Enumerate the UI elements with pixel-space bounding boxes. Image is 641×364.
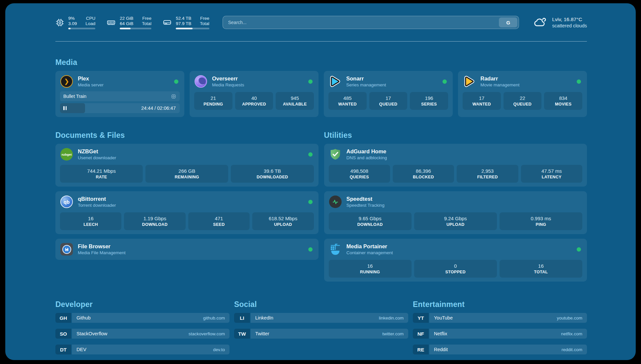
section-utilities: Utilities AdGuard HomeDNS and adblocking… [324, 131, 587, 282]
stat-value: 498,508 [351, 168, 368, 174]
stat-total: 16TOTAL [500, 260, 582, 278]
stat-label: SEED [213, 222, 225, 227]
stat-value: 2,953 [481, 168, 494, 174]
stat-value: 22 [520, 95, 525, 101]
bookmark-abbr: YT [413, 313, 429, 323]
top-bar: 9%CPU3.09Load22 GiBFree64 GiBTotal52.4 T… [55, 16, 587, 29]
resource-progress-fill [176, 28, 193, 29]
stat-value: 47.57 ms [541, 168, 562, 174]
bookmark-url: github.com [203, 316, 225, 320]
stat-label: MOVIES [555, 102, 571, 106]
search-bar[interactable]: G [223, 16, 519, 29]
service-card-adguard-home[interactable]: AdGuard HomeDNS and adblocking498,508QUE… [324, 144, 587, 187]
stat-download: 1.19 GbpsDOWNLOAD [124, 212, 185, 230]
service-name: Speedtest [347, 196, 583, 202]
stat-label: DOWNLOAD [142, 222, 168, 227]
stat-label: LATENCY [542, 175, 562, 179]
service-description: DNS and adblocking [347, 155, 583, 160]
service-description: Usenet downloader [78, 155, 304, 160]
stat-value: 9.65 Gbps [358, 216, 381, 221]
service-card-overseerr[interactable]: OverseerrMedia Requests21PENDING40APPROV… [190, 71, 319, 117]
status-dot-online [174, 79, 178, 84]
bookmark-linkedin[interactable]: LILinkedInlinkedin.com [234, 313, 408, 323]
status-dot-online [577, 247, 581, 252]
resource-label: Total [142, 21, 152, 26]
bookmark-name: DEV [76, 347, 86, 352]
service-card-nzbget[interactable]: nzbgetNZBGetUsenet downloader744.21 Mbps… [55, 144, 319, 187]
overseerr-icon [194, 75, 207, 88]
bookmark-name: YouTube [434, 315, 453, 320]
bookmark-youtube[interactable]: YTYouTubeyoutube.com [413, 313, 587, 323]
stat-value: 16 [367, 263, 373, 269]
resource-progress-track [120, 28, 151, 29]
stat-value: 16 [88, 216, 94, 221]
stat-wanted: 485WANTED [328, 92, 367, 110]
resource-progress-track [68, 28, 95, 29]
resource-label: CPU [85, 16, 95, 21]
service-card-radarr[interactable]: RadarrMovie management17WANTED22QUEUED83… [458, 71, 587, 117]
stat-label: TOTAL [534, 270, 548, 274]
stat-available: 945AVAILABLE [276, 92, 314, 110]
section-title-utilities: Utilities [324, 131, 587, 140]
playback-progress-bar[interactable]: 24:44 / 02:06:47 [60, 103, 180, 113]
stat-download: 9.65 GbpsDOWNLOAD [329, 212, 412, 230]
stat-downloaded: 39.6 TBDOWNLOADED [231, 165, 314, 183]
bookmark-dev[interactable]: DTDEVdev.to [55, 345, 229, 354]
service-card-media-portainer[interactable]: Media PortainerContainer management16RUN… [324, 239, 587, 282]
resource-label: Free [200, 16, 209, 21]
stat-leech: 16LEECH [60, 212, 121, 230]
bookmark-twitter[interactable]: TWTwittertwitter.com [234, 329, 408, 339]
stat-value: 266 GB [178, 168, 195, 174]
bookmark-github[interactable]: GHGithubgithub.com [55, 313, 229, 323]
stat-series: 196SERIES [410, 92, 448, 110]
status-dot-online [308, 79, 313, 84]
stat-latency: 47.57 msLATENCY [521, 165, 582, 183]
service-description: Media server [78, 82, 169, 87]
stat-blocked: 86,396BLOCKED [393, 165, 454, 183]
bookmark-abbr: SO [55, 329, 71, 339]
now-playing-title-row: Bullet Train [60, 91, 180, 101]
bookmark-abbr: LI [234, 313, 250, 323]
resource-progress-fill [120, 28, 131, 29]
radarr-icon [463, 75, 476, 88]
service-description: Container management [347, 250, 572, 255]
service-card-speedtest[interactable]: SpeedtestSpeedtest Tracking9.65 GbpsDOWN… [324, 191, 587, 234]
stat-value: 39.6 TB [264, 168, 281, 174]
bookmark-group-developer: DeveloperGHGithubgithub.comSOStackOverfl… [55, 300, 229, 360]
bookmark-stackoverflow[interactable]: SOStackOverflowstackoverflow.com [55, 329, 229, 339]
service-description: Media Requests [212, 82, 304, 87]
service-name: Media Portainer [347, 243, 572, 250]
service-card-sonarr[interactable]: SonarrSeries management485WANTED17QUEUED… [324, 71, 453, 117]
service-description: Movie management [480, 82, 572, 87]
service-card-qbittorrent[interactable]: qbqBittorrentTorrent downloader16LEECH1.… [55, 191, 319, 234]
resource-label: Free [142, 16, 152, 21]
service-card-plex[interactable]: ❯PlexMedia serverBullet Train24:44 / 02:… [55, 71, 184, 117]
status-dot-online [308, 152, 313, 157]
service-card-file-browser[interactable]: File BrowserMedia File Management [55, 239, 319, 260]
bookmark-netflix[interactable]: NFNetflixnetflix.com [413, 329, 587, 339]
stat-label: UPLOAD [446, 222, 465, 227]
stat-filtered: 2,953FILTERED [457, 165, 518, 183]
bookmark-group-title: Social [234, 300, 408, 309]
pause-icon[interactable] [63, 106, 67, 110]
search-provider-button[interactable]: G [499, 17, 517, 27]
bookmark-name: Reddit [434, 347, 448, 352]
bookmark-name: StackOverflow [76, 331, 107, 336]
header-divider [55, 41, 587, 42]
resource-value: 22 GiB [120, 16, 133, 21]
stat-label: STOPPED [445, 270, 466, 274]
stat-value: 196 [425, 95, 433, 101]
stat-seed: 471SEED [188, 212, 250, 230]
stat-value: 744.21 Mbps [87, 168, 116, 174]
stat-remaining: 266 GBREMAINING [145, 165, 228, 183]
bookmark-reddit[interactable]: RERedditreddit.com [413, 345, 587, 354]
stat-value: 834 [559, 95, 567, 101]
stat-label: BLOCKED [413, 175, 434, 179]
stat-label: APPROVED [242, 102, 266, 106]
stat-label: RATE [96, 175, 107, 179]
portainer-icon [329, 243, 342, 256]
bookmark-url: youtube.com [557, 316, 582, 320]
stat-label: WANTED [473, 102, 491, 106]
search-input[interactable] [223, 20, 499, 25]
resource-progress-track [176, 28, 209, 29]
